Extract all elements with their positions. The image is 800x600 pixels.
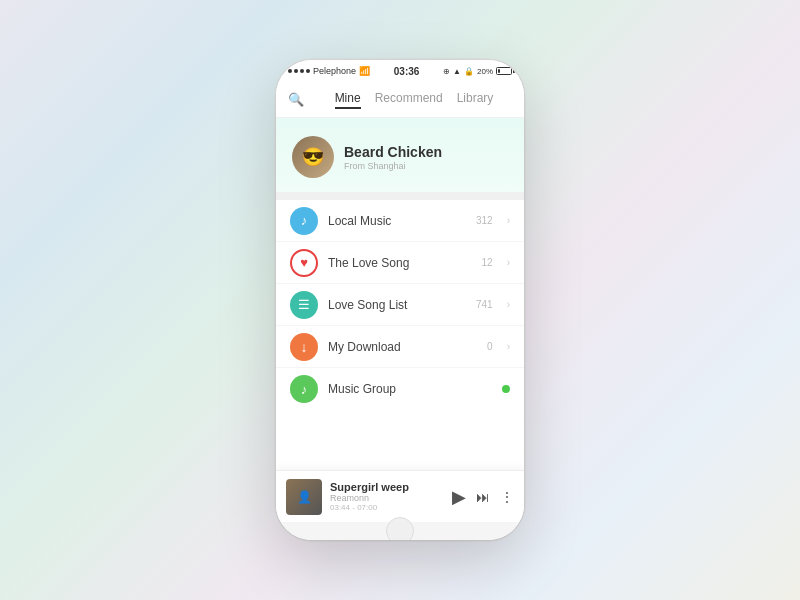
now-playing-time: 03:44 - 07:00 — [330, 503, 444, 512]
play-button[interactable]: ▶ — [452, 486, 466, 508]
now-playing-title: Supergirl weep — [330, 481, 444, 493]
now-playing-thumbnail: 👤 — [286, 479, 322, 515]
local-music-label: Local Music — [328, 214, 466, 228]
avatar: 😎 — [292, 136, 334, 178]
love-song-count: 12 — [482, 257, 493, 268]
menu-list: ♪ Local Music 312 › ♥ The Love Song 12 ›… — [276, 200, 524, 470]
my-download-label: My Download — [328, 340, 477, 354]
love-song-list-label: Love Song List — [328, 298, 466, 312]
chevron-icon: › — [507, 257, 510, 268]
thumbnail-image: 👤 — [297, 490, 312, 504]
tab-mine[interactable]: Mine — [335, 91, 361, 109]
nav-bar: 🔍 Mine Recommend Library — [276, 82, 524, 118]
lock-icon: 🔒 — [464, 67, 474, 76]
love-song-icon: ♥ — [290, 249, 318, 277]
wifi-icon: 📶 — [359, 66, 370, 76]
now-playing-artist: Reamonn — [330, 493, 444, 503]
music-group-label: Music Group — [328, 382, 492, 396]
avatar-emoji: 😎 — [302, 146, 324, 168]
local-music-icon: ♪ — [290, 207, 318, 235]
status-right: ⊕ ▲ 🔒 20% — [443, 67, 512, 76]
menu-item-local-music[interactable]: ♪ Local Music 312 › — [276, 200, 524, 242]
local-music-count: 312 — [476, 215, 493, 226]
more-options-button[interactable]: ⋮ — [500, 489, 514, 505]
love-song-list-icon: ☰ — [290, 291, 318, 319]
screen-content: 😎 Beard Chicken From Shanghai ♪ Local Mu… — [276, 118, 524, 522]
profile-name: Beard Chicken — [344, 144, 442, 160]
section-divider — [276, 192, 524, 200]
fast-forward-button[interactable]: ⏭ — [476, 489, 490, 505]
chevron-icon: › — [507, 299, 510, 310]
profile-section: 😎 Beard Chicken From Shanghai — [276, 118, 524, 192]
location-icon: ⊕ — [443, 67, 450, 76]
battery-icon — [496, 67, 512, 75]
time-label: 03:36 — [394, 66, 420, 77]
my-download-count: 0 — [487, 341, 493, 352]
profile-info: Beard Chicken From Shanghai — [344, 144, 442, 171]
signal-dots — [288, 69, 310, 73]
love-song-list-count: 741 — [476, 299, 493, 310]
online-dot — [502, 385, 510, 393]
profile-subtitle: From Shanghai — [344, 161, 442, 171]
arrow-icon: ▲ — [453, 67, 461, 76]
my-download-icon: ↓ — [290, 333, 318, 361]
tab-recommend[interactable]: Recommend — [375, 91, 443, 109]
menu-item-love-song-list[interactable]: ☰ Love Song List 741 › — [276, 284, 524, 326]
status-left: Pelephone 📶 — [288, 66, 370, 76]
chevron-icon: › — [507, 215, 510, 226]
music-group-icon: ♪ — [290, 375, 318, 403]
now-playing-bar: 👤 Supergirl weep Reamonn 03:44 - 07:00 ▶… — [276, 470, 524, 522]
status-bar: Pelephone 📶 03:36 ⊕ ▲ 🔒 20% — [276, 60, 524, 82]
playback-controls: ▶ ⏭ ⋮ — [452, 486, 514, 508]
menu-item-love-song[interactable]: ♥ The Love Song 12 › — [276, 242, 524, 284]
search-icon[interactable]: 🔍 — [288, 92, 304, 107]
menu-item-music-group[interactable]: ♪ Music Group — [276, 368, 524, 410]
now-playing-info: Supergirl weep Reamonn 03:44 - 07:00 — [330, 481, 444, 512]
tab-library[interactable]: Library — [457, 91, 494, 109]
home-indicator — [276, 522, 524, 540]
home-button[interactable] — [386, 517, 414, 540]
battery-label: 20% — [477, 67, 493, 76]
phone-shell: Pelephone 📶 03:36 ⊕ ▲ 🔒 20% 🔍 Mine Recom… — [276, 60, 524, 540]
chevron-icon: › — [507, 341, 510, 352]
menu-item-my-download[interactable]: ↓ My Download 0 › — [276, 326, 524, 368]
nav-tabs: Mine Recommend Library — [316, 91, 512, 109]
love-song-label: The Love Song — [328, 256, 472, 270]
carrier-label: Pelephone — [313, 66, 356, 76]
